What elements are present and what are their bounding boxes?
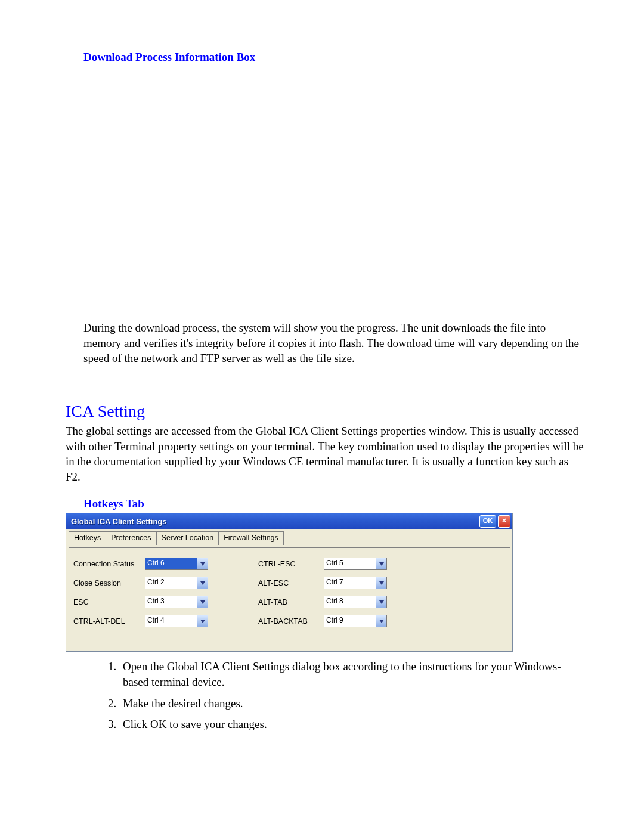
step-item: Make the desired changes. xyxy=(119,696,584,711)
download-process-heading: Download Process Information Box xyxy=(83,51,584,64)
image-placeholder xyxy=(66,70,584,320)
select-value: Ctrl 6 xyxy=(145,558,197,569)
chevron-down-icon xyxy=(197,577,208,589)
select-alt-tab[interactable]: Ctrl 8 xyxy=(324,596,387,608)
steps-list: Open the Global ICA Client Settings dial… xyxy=(83,659,584,732)
chevron-down-icon xyxy=(376,558,386,569)
select-alt-esc[interactable]: Ctrl 7 xyxy=(324,577,387,589)
select-connection-status[interactable]: Ctrl 6 xyxy=(145,558,208,570)
tab-hotkeys[interactable]: Hotkeys xyxy=(69,531,106,546)
select-close-session[interactable]: Ctrl 2 xyxy=(145,577,208,589)
label-ctrl-alt-del: CTRL-ALT-DEL xyxy=(73,617,145,625)
tab-preferences[interactable]: Preferences xyxy=(106,531,156,545)
step-item: Click OK to save your changes. xyxy=(119,717,584,732)
label-alt-esc: ALT-ESC xyxy=(258,579,324,587)
select-value: Ctrl 9 xyxy=(324,615,376,627)
select-value: Ctrl 7 xyxy=(324,577,376,589)
select-ctrl-alt-del[interactable]: Ctrl 4 xyxy=(145,615,208,627)
label-alt-backtab: ALT-BACKTAB xyxy=(258,617,324,625)
tab-firewall-settings[interactable]: Firewall Settings xyxy=(218,531,284,545)
select-alt-backtab[interactable]: Ctrl 9 xyxy=(324,615,387,627)
chevron-down-icon xyxy=(376,615,386,627)
hotkeys-panel: Connection Status Ctrl 6 CTRL-ESC Ctrl 5 xyxy=(69,547,510,644)
chevron-down-icon xyxy=(197,596,208,608)
select-ctrl-esc[interactable]: Ctrl 5 xyxy=(324,558,387,570)
label-connection-status: Connection Status xyxy=(73,560,145,568)
download-description: During the download process, the system … xyxy=(83,320,584,366)
hotkeys-tab-heading: Hotkeys Tab xyxy=(83,497,584,510)
step-item: Open the Global ICA Client Settings dial… xyxy=(119,659,584,689)
select-value: Ctrl 3 xyxy=(145,596,197,608)
select-esc[interactable]: Ctrl 3 xyxy=(145,596,208,608)
close-button[interactable]: × xyxy=(498,515,510,528)
label-esc: ESC xyxy=(73,598,145,606)
tab-server-location[interactable]: Server Location xyxy=(156,531,219,545)
chevron-down-icon xyxy=(376,596,386,608)
label-close-session: Close Session xyxy=(73,579,145,587)
ica-description: The global settings are accessed from th… xyxy=(66,423,584,485)
chevron-down-icon xyxy=(197,558,208,569)
label-ctrl-esc: CTRL-ESC xyxy=(258,560,324,568)
dialog-title: Global ICA Client Settings xyxy=(71,517,167,526)
ica-setting-heading: ICA Setting xyxy=(66,402,584,421)
select-value: Ctrl 5 xyxy=(324,558,376,569)
select-value: Ctrl 4 xyxy=(145,615,197,627)
select-value: Ctrl 8 xyxy=(324,596,376,608)
chevron-down-icon xyxy=(197,615,208,627)
label-alt-tab: ALT-TAB xyxy=(258,598,324,606)
select-value: Ctrl 2 xyxy=(145,577,197,589)
global-ica-settings-dialog: Global ICA Client Settings OK × Hotkeys … xyxy=(66,513,513,652)
dialog-titlebar: Global ICA Client Settings OK × xyxy=(66,513,512,529)
ok-button[interactable]: OK xyxy=(479,515,496,528)
tabs-row: Hotkeys Preferences Server Location Fire… xyxy=(69,531,510,545)
chevron-down-icon xyxy=(376,577,386,589)
